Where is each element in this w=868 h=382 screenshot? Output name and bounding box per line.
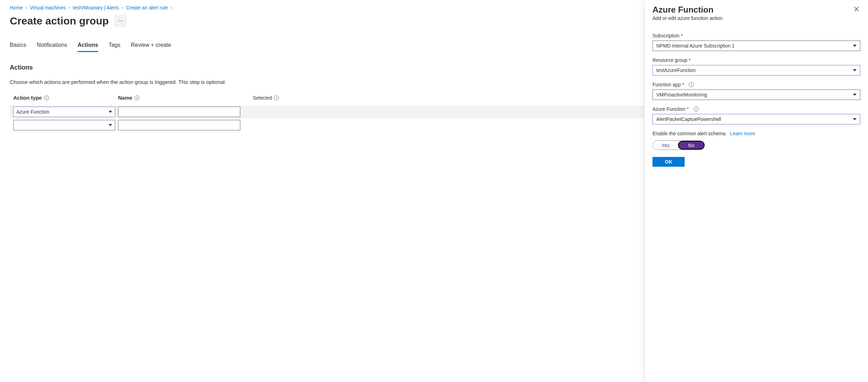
chevron-down-icon: [109, 124, 112, 126]
function-app-value: VMProactiveMonitoring: [656, 92, 707, 98]
resource-group-label: Resource group: [652, 57, 687, 63]
required-asterisk: *: [687, 106, 688, 112]
common-alert-schema-toggle[interactable]: Yes No: [652, 140, 705, 150]
toggle-yes[interactable]: Yes: [653, 141, 678, 150]
subscription-value: NPMD Internal Azure Subscription 1: [656, 43, 735, 49]
chevron-right-icon: ›: [170, 5, 172, 10]
info-icon[interactable]: i: [44, 95, 49, 100]
function-app-label: Function app: [652, 82, 681, 87]
azure-function-value: AlertPacketCaptuePowershell: [656, 116, 721, 122]
panel-title: Azure Function: [652, 5, 723, 15]
function-app-select[interactable]: VMProactiveMonitoring: [652, 89, 860, 100]
chevron-down-icon: [109, 111, 112, 113]
info-icon[interactable]: i: [274, 95, 279, 100]
close-panel-button[interactable]: [853, 5, 860, 14]
ok-button[interactable]: OK: [652, 157, 685, 167]
chevron-right-icon: ›: [122, 5, 123, 10]
info-icon[interactable]: i: [134, 95, 139, 100]
chevron-down-icon: [853, 94, 856, 96]
action-type-select[interactable]: Azure Function: [13, 107, 115, 117]
tab-actions[interactable]: Actions: [78, 42, 98, 52]
chevron-down-icon: [853, 69, 856, 71]
panel-subtitle: Add or edit azure function action: [652, 15, 723, 21]
subscription-label: Subscription: [652, 33, 679, 38]
required-asterisk: *: [681, 33, 683, 38]
required-asterisk: *: [689, 57, 691, 63]
action-name-input[interactable]: [118, 120, 240, 130]
tab-tags[interactable]: Tags: [109, 42, 121, 52]
chevron-down-icon: [853, 45, 856, 47]
tab-review-create[interactable]: Review + create: [131, 42, 171, 52]
column-header-action-type: Action type: [13, 95, 42, 101]
azure-function-panel: Azure Function Add or edit azure functio…: [644, 0, 868, 382]
azure-function-label: Azure Function: [652, 106, 685, 112]
column-header-name: Name: [118, 95, 132, 101]
action-type-value: Azure Function: [16, 109, 49, 115]
action-type-select[interactable]: [13, 120, 115, 130]
close-icon: [854, 7, 859, 12]
tab-basics[interactable]: Basics: [10, 42, 26, 52]
more-actions-button[interactable]: ···: [114, 15, 127, 27]
info-icon[interactable]: i: [694, 107, 699, 111]
toggle-no[interactable]: No: [678, 141, 705, 150]
resource-group-select[interactable]: testAzureFunction: [652, 65, 860, 75]
azure-function-select[interactable]: AlertPacketCaptuePowershell: [652, 114, 860, 124]
required-asterisk: *: [682, 82, 684, 87]
common-alert-schema-text: Enable the common alert schema.: [652, 131, 727, 136]
chevron-down-icon: [853, 118, 856, 120]
resource-group-value: testAzureFunction: [656, 67, 696, 73]
breadcrumb-create-alert-rule[interactable]: Create an alert rule: [126, 5, 168, 10]
chevron-right-icon: ›: [25, 5, 27, 10]
action-name-input[interactable]: [118, 107, 240, 117]
column-header-selected: Selected: [253, 95, 272, 101]
breadcrumb-home[interactable]: Home: [10, 5, 23, 10]
subscription-select[interactable]: NPMD Internal Azure Subscription 1: [652, 41, 860, 51]
tab-notifications[interactable]: Notifications: [37, 42, 67, 52]
info-icon[interactable]: i: [689, 82, 694, 87]
chevron-right-icon: ›: [69, 5, 70, 10]
page-title: Create action group: [10, 15, 109, 27]
breadcrumb-testvm-alerts[interactable]: testVMcanary | Alerts: [73, 5, 119, 10]
learn-more-link[interactable]: Learn more: [730, 131, 755, 136]
breadcrumb-virtual-machines[interactable]: Virtual machines: [30, 5, 66, 10]
